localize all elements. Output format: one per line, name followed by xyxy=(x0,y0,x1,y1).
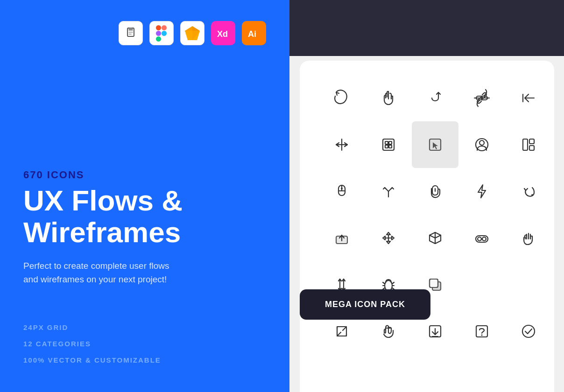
svg-rect-8 xyxy=(156,36,161,42)
icon-back-arrow xyxy=(505,75,552,121)
icon-hand-pointer xyxy=(365,75,412,121)
subtitle: Perfect to create complete user flowsand… xyxy=(23,259,266,286)
icon-user-circle xyxy=(458,121,505,168)
svg-point-45 xyxy=(482,237,486,241)
main-title: UX Flows & Wireframes xyxy=(23,185,266,248)
sketch-icon xyxy=(180,21,204,45)
svg-point-9 xyxy=(162,31,167,36)
icon-move-arrows xyxy=(365,215,412,261)
svg-rect-32 xyxy=(529,139,534,144)
xd-icon: Xd xyxy=(211,21,235,45)
svg-point-38 xyxy=(531,194,533,196)
svg-rect-31 xyxy=(523,139,528,150)
svg-point-27 xyxy=(387,143,390,146)
svg-text:Xd: Xd xyxy=(217,29,228,39)
icon-undo-u xyxy=(412,75,458,121)
icon-finger-scroll xyxy=(412,168,458,215)
icon-card xyxy=(300,61,554,392)
icon-undo-return xyxy=(505,168,552,215)
stat-grid: 24px Grid xyxy=(23,323,266,331)
svg-rect-4 xyxy=(128,34,132,35)
mega-badge: MEGA ICON PACK xyxy=(300,289,430,320)
icon-cube xyxy=(412,215,458,261)
figma-icon xyxy=(149,21,174,45)
title-line2: Wireframes xyxy=(23,216,181,248)
svg-rect-33 xyxy=(529,146,534,150)
icon-empty2 xyxy=(505,261,552,308)
svg-rect-50 xyxy=(430,279,438,287)
icon-upload-box xyxy=(318,215,365,261)
icon-checkmark xyxy=(505,308,552,355)
left-panel: Xd Ai 670 Icons UX Flows & Wireframes Pe… xyxy=(0,0,289,392)
icon-stop-hand xyxy=(505,215,552,261)
svg-point-57 xyxy=(481,335,483,336)
left-content: 670 Icons UX Flows & Wireframes Perfect … xyxy=(23,169,266,364)
svg-point-58 xyxy=(522,325,535,337)
ai-app-icon: Ai xyxy=(242,21,266,45)
stat-categories: 12 Categories xyxy=(23,340,266,348)
stat-vector: 100% Vector & Customizable xyxy=(23,356,266,364)
icon-mouse xyxy=(318,168,365,215)
svg-rect-2 xyxy=(128,30,133,31)
svg-rect-5 xyxy=(156,25,161,30)
svg-point-37 xyxy=(341,188,343,189)
icon-question-box xyxy=(458,308,505,355)
title-line1: UX Flows & xyxy=(23,184,183,217)
icon-rotate xyxy=(318,75,365,121)
icon-empty1 xyxy=(458,261,505,308)
mega-badge-text: MEGA ICON PACK xyxy=(325,300,405,309)
icon-lightning xyxy=(458,168,505,215)
icon-fork-arrow xyxy=(365,168,412,215)
svg-rect-6 xyxy=(162,25,167,30)
app-icons-row: Xd Ai xyxy=(119,21,266,45)
svg-rect-3 xyxy=(128,32,133,33)
svg-rect-7 xyxy=(156,31,161,36)
icon-count: 670 Icons xyxy=(23,169,266,181)
icon-compress xyxy=(318,121,365,168)
icon-cursor-box xyxy=(412,121,458,168)
icon-link xyxy=(458,75,505,121)
right-panel: MEGA ICON PACK xyxy=(289,0,564,392)
stats: 24px Grid 12 Categories 100% Vector & Cu… xyxy=(23,323,266,364)
svg-point-44 xyxy=(478,237,481,241)
svg-point-30 xyxy=(479,140,484,145)
craft-icon xyxy=(119,21,143,45)
icon-component xyxy=(365,121,412,168)
dark-bar xyxy=(289,0,564,56)
icon-vr-headset xyxy=(458,215,505,261)
icon-layout-grid xyxy=(505,121,552,168)
svg-text:Ai: Ai xyxy=(248,29,256,39)
